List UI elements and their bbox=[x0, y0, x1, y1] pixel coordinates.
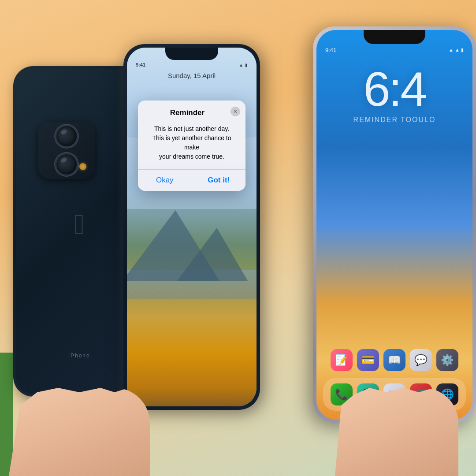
big-clock: 6:4 bbox=[316, 61, 472, 117]
phone-middle-screen: 9:41 ▲ ▮ Sunday, 15 April Reminder ✕ Thi… bbox=[127, 48, 257, 406]
status-time-right: 9:41 bbox=[325, 47, 336, 53]
app-row: 📝 💳 📖 💬 ⚙️ bbox=[323, 349, 466, 371]
app-icon-wallet[interactable]: 💳 bbox=[357, 349, 379, 371]
okay-button[interactable]: Okay bbox=[138, 170, 192, 191]
camera-lens-top bbox=[55, 125, 78, 148]
phone-right-screen: 9:41 ▲ ▲ ▮ 6:4 Reminder Tooulo 📝 💳 📖 💬 ⚙… bbox=[316, 30, 472, 420]
subtitle-text: Reminder Tooulo bbox=[316, 116, 472, 124]
wifi-icon: ▲ bbox=[239, 63, 243, 67]
status-icons-right: ▲ ▲ ▮ bbox=[449, 47, 464, 53]
notch-right bbox=[364, 30, 425, 44]
alert-close-button[interactable]: ✕ bbox=[231, 107, 240, 116]
gotit-button[interactable]: Got it! bbox=[192, 170, 246, 191]
camera-flash bbox=[79, 163, 86, 170]
mountain-right bbox=[177, 228, 248, 281]
status-icons-middle: ▲ ▮ bbox=[239, 63, 248, 67]
alert-actions: Okay Got it! bbox=[138, 170, 245, 191]
hand-left bbox=[9, 388, 150, 476]
camera-module bbox=[38, 122, 95, 179]
alert-title: Reminder bbox=[170, 108, 205, 117]
apple-logo-icon:  bbox=[66, 210, 93, 242]
hand-right bbox=[335, 388, 458, 476]
status-bar-right: 9:41 ▲ ▲ ▮ bbox=[325, 47, 464, 53]
camera-lens-bottom bbox=[55, 153, 78, 176]
alert-body: This is not just another day. This is ye… bbox=[138, 121, 245, 169]
app-icon-message[interactable]: 💬 bbox=[410, 349, 432, 371]
hands-area bbox=[0, 379, 476, 476]
alert-header: Reminder ✕ bbox=[138, 100, 245, 121]
notch-middle bbox=[165, 48, 218, 60]
battery-icon: ▮ bbox=[245, 63, 248, 67]
phone-middle: 9:41 ▲ ▮ Sunday, 15 April Reminder ✕ Thi… bbox=[123, 44, 260, 410]
alert-dialog: Reminder ✕ This is not just another day.… bbox=[138, 100, 245, 191]
app-icon-settings[interactable]: ⚙️ bbox=[436, 349, 458, 371]
app-icon-notes[interactable]: 📝 bbox=[331, 349, 353, 371]
screen-date: Sunday, 15 April bbox=[127, 72, 257, 79]
phone-right: 9:41 ▲ ▲ ▮ 6:4 Reminder Tooulo 📝 💳 📖 💬 ⚙… bbox=[313, 26, 476, 423]
status-time-middle: 9:41 bbox=[136, 62, 145, 67]
app-icon-book[interactable]: 📖 bbox=[383, 349, 405, 371]
